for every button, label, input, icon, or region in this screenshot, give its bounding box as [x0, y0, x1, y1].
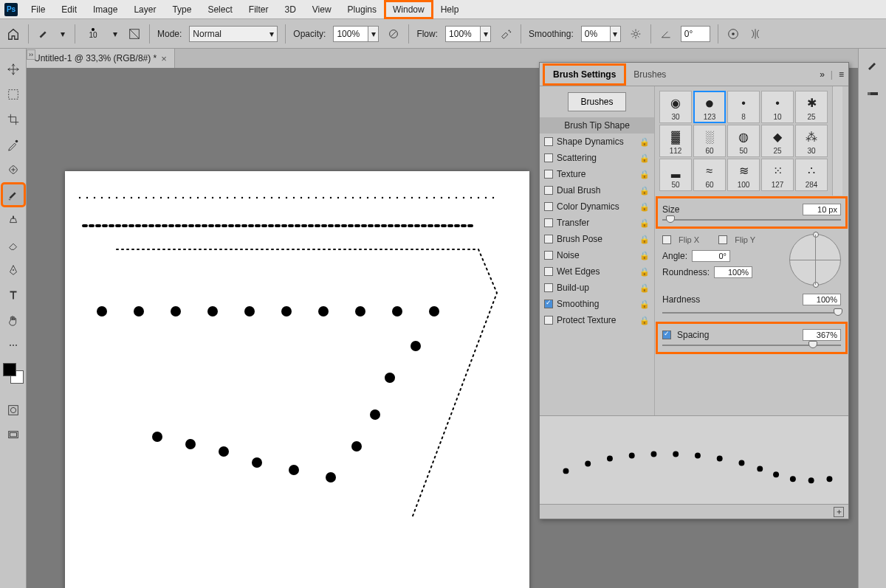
size-input[interactable]: 10 px [803, 204, 841, 215]
section-transfer[interactable]: Transfer🔒 [540, 215, 654, 231]
pressure-size-icon[interactable] [726, 27, 741, 41]
new-preset-icon[interactable]: ＋ [834, 507, 844, 517]
brush-tip-cell[interactable]: ◍50 [727, 125, 760, 157]
healing-tool[interactable] [3, 159, 24, 180]
panel-menu-icon[interactable]: ≡ [839, 69, 844, 80]
brush-tip-cell[interactable]: •8 [727, 91, 760, 123]
menu-window[interactable]: Window [385, 1, 432, 18]
brush-tip-cell[interactable]: ▂50 [659, 159, 692, 191]
menu-layer[interactable]: Layer [126, 1, 163, 18]
chevron-down-icon[interactable]: ▾ [368, 26, 379, 42]
pen-tool[interactable] [3, 260, 24, 280]
lock-icon[interactable]: 🔒 [639, 300, 650, 309]
screen-mode-icon[interactable] [3, 425, 24, 446]
expand-panels-icon[interactable]: ›› [27, 49, 35, 60]
lock-icon[interactable]: 🔒 [639, 153, 650, 163]
lock-icon[interactable]: 🔒 [639, 267, 650, 277]
brush-tip-cell[interactable]: •10 [761, 91, 794, 123]
crop-tool[interactable] [3, 109, 24, 130]
menu-3d[interactable]: 3D [277, 1, 303, 18]
brush-tip-cell[interactable]: ●123 [693, 91, 726, 123]
angle-dial[interactable] [789, 234, 841, 286]
tab-brush-settings[interactable]: Brush Settings [544, 65, 625, 84]
lock-icon[interactable]: 🔒 [639, 186, 650, 196]
lock-icon[interactable]: 🔒 [639, 170, 650, 179]
collapse-icon[interactable]: » [820, 69, 825, 80]
hardness-input[interactable]: 100% [803, 294, 841, 305]
section-brush-tip-shape[interactable]: Brush Tip Shape [540, 117, 654, 134]
angle-input[interactable]: 0° [681, 26, 710, 42]
tab-brushes[interactable]: Brushes [625, 65, 675, 84]
brush-panel-icon[interactable] [127, 27, 142, 41]
section-dual-brush[interactable]: Dual Brush🔒 [540, 182, 654, 198]
mode-select[interactable]: Normal▾ [189, 26, 278, 42]
opacity-input[interactable]: 100% [333, 26, 368, 42]
section-texture[interactable]: Texture🔒 [540, 166, 654, 182]
brush-panel-shortcut-icon[interactable] [863, 56, 882, 75]
brush-size-preset[interactable]: 10 [83, 28, 103, 39]
menu-plugins[interactable]: Plugins [340, 1, 384, 18]
chevron-down-icon[interactable]: ▾ [611, 26, 621, 42]
brush-tip-cell[interactable]: ≈60 [693, 159, 726, 191]
flow-input[interactable]: 100% [445, 26, 481, 42]
flip-y-label[interactable]: Flip Y [735, 235, 755, 244]
marquee-tool[interactable] [3, 84, 24, 105]
section-color-dynamics[interactable]: Color Dynamics🔒 [540, 198, 654, 215]
section-noise[interactable]: Noise🔒 [540, 247, 654, 263]
hand-tool[interactable] [3, 310, 24, 331]
spacing-checkbox[interactable] [662, 331, 671, 339]
section-brush-pose[interactable]: Brush Pose🔒 [540, 231, 654, 247]
menu-edit[interactable]: Edit [54, 1, 84, 18]
lock-icon[interactable]: 🔒 [639, 251, 650, 260]
brush-tip-cell[interactable]: ⁂30 [795, 125, 828, 157]
hardness-slider[interactable] [662, 309, 841, 317]
brushes-button[interactable]: Brushes [568, 92, 625, 111]
quick-mask-icon[interactable] [3, 400, 24, 421]
menu-image[interactable]: Image [86, 1, 125, 18]
angle-input[interactable]: 0° [692, 250, 730, 262]
chevron-down-icon[interactable]: ▾ [58, 29, 67, 39]
clone-stamp-tool[interactable] [3, 210, 24, 230]
eraser-tool[interactable] [3, 235, 24, 255]
lock-icon[interactable]: 🔒 [639, 137, 650, 147]
section-build-up[interactable]: Build-up🔒 [540, 280, 654, 296]
section-shape-dynamics[interactable]: Shape Dynamics🔒 [540, 134, 654, 150]
lock-icon[interactable]: 🔒 [639, 283, 650, 293]
spacing-input[interactable]: 367% [803, 329, 841, 341]
section-wet-edges[interactable]: Wet Edges🔒 [540, 263, 654, 280]
menu-filter[interactable]: Filter [241, 1, 276, 18]
brush-tip-cell[interactable]: ∴284 [795, 159, 828, 191]
brush-tip-cell[interactable]: ✱25 [795, 91, 828, 123]
section-protect-texture[interactable]: Protect Texture🔒 [540, 312, 654, 328]
flip-x-label[interactable]: Flip X [679, 235, 699, 244]
brush-tip-cell[interactable]: ≋100 [727, 159, 760, 191]
brush-tip-cell[interactable]: ◉30 [659, 91, 692, 123]
lock-icon[interactable]: 🔒 [639, 235, 650, 244]
type-tool[interactable] [3, 285, 24, 305]
lock-icon[interactable]: 🔒 [639, 202, 650, 212]
lock-icon[interactable]: 🔒 [639, 316, 650, 325]
roundness-input[interactable]: 100% [714, 266, 752, 278]
brush-tip-cell[interactable]: ▓112 [659, 125, 692, 157]
swatches-shortcut-icon[interactable] [863, 84, 882, 103]
scrollbar[interactable] [832, 86, 842, 196]
canvas[interactable] [65, 171, 529, 588]
section-scattering[interactable]: Scattering🔒 [540, 150, 654, 166]
menu-select[interactable]: Select [200, 1, 239, 18]
brush-tip-cell[interactable]: ◆25 [761, 125, 794, 157]
menu-file[interactable]: File [24, 1, 52, 18]
smoothing-input[interactable]: 0% [581, 26, 611, 42]
menu-view[interactable]: View [305, 1, 339, 18]
lock-icon[interactable]: 🔒 [639, 218, 650, 228]
pressure-opacity-icon[interactable] [386, 27, 401, 41]
spacing-slider[interactable] [662, 342, 841, 349]
menu-type[interactable]: Type [165, 1, 199, 18]
foreground-background-colors[interactable] [3, 363, 24, 384]
tool-preset-icon[interactable] [36, 27, 51, 41]
symmetry-icon[interactable] [748, 27, 763, 41]
gear-icon[interactable] [628, 27, 643, 41]
eyedropper-tool[interactable] [3, 134, 24, 155]
brush-tool[interactable] [3, 184, 24, 205]
chevron-down-icon[interactable]: ▾ [111, 29, 120, 39]
size-slider[interactable] [662, 216, 841, 224]
